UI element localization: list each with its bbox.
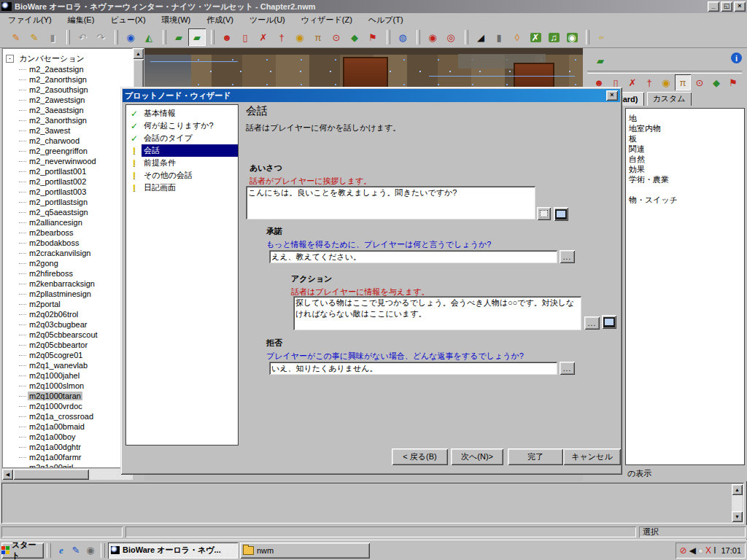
palette-category[interactable]: 物・スイッチ — [626, 195, 744, 205]
scroll-down-icon[interactable]: ▼ — [732, 511, 743, 522]
paint-trigger-icon[interactable]: ◆ — [346, 28, 363, 46]
tree-item[interactable]: m2q02b06trol — [3, 309, 132, 319]
tree-item[interactable]: m2hfireboss — [3, 268, 132, 279]
eraser-icon[interactable]: ▮ — [490, 28, 508, 46]
tree-item[interactable]: m2_portllastsign — [3, 197, 132, 207]
tree-item[interactable]: m2q1_wanevlab — [3, 360, 132, 370]
redo-icon[interactable]: ↷ — [92, 28, 109, 46]
wizard-step[interactable]: ✓ 基本情報 — [126, 107, 238, 120]
collapse-icon[interactable]: - — [6, 55, 14, 63]
ie-icon[interactable]: e — [54, 543, 69, 558]
wizard-step[interactable]: ! 日記画面 — [126, 182, 238, 194]
paint-item-icon[interactable]: † — [273, 28, 290, 46]
scroll-up-icon[interactable]: ▲ — [732, 484, 743, 495]
select-text-button[interactable] — [537, 207, 551, 220]
show-eye-icon[interactable]: ◉ — [424, 28, 441, 46]
key-icon[interactable]: ♀ — [593, 28, 611, 46]
compass-icon[interactable]: ◍ — [394, 28, 411, 46]
taskbar-grip[interactable] — [101, 543, 105, 558]
display-settings-icon[interactable]: X — [705, 545, 711, 556]
reject-input[interactable] — [269, 362, 557, 375]
tree-item[interactable]: m2q1000vrdoc — [3, 401, 132, 411]
tree-item[interactable]: m2gong — [3, 258, 132, 268]
restore-button[interactable]: ◱ — [721, 1, 732, 12]
paint-waypoint-icon[interactable]: ⚑ — [364, 28, 382, 46]
paint-encounter-icon[interactable]: ✗ — [255, 28, 272, 46]
palette-waypoint-icon[interactable]: ⚑ — [725, 74, 741, 90]
tree-item[interactable]: m2q1a00dghtr — [3, 442, 132, 452]
tree-item[interactable]: m2q05cbbearscout — [3, 330, 132, 340]
feature-paint-icon[interactable]: ▰ — [188, 28, 206, 46]
next-button[interactable]: 次へ(N)> — [451, 448, 503, 465]
palette-placeable-icon[interactable]: π — [675, 74, 691, 90]
potion-icon[interactable]: ◊ — [508, 28, 526, 46]
taskbar-grip[interactable] — [47, 543, 51, 558]
menu-item[interactable]: 環境(W) — [154, 13, 199, 27]
tree-item[interactable]: m2crackanvilsign — [3, 248, 132, 258]
wizard-step[interactable]: ! 前提条件 — [126, 157, 238, 169]
paint-creature-icon[interactable]: ☻ — [218, 28, 236, 46]
undo-icon[interactable]: ↶ — [74, 28, 91, 46]
tree-item[interactable]: m2q1a00girl — [3, 462, 132, 468]
preview-button[interactable] — [554, 207, 568, 221]
palette-sound-icon[interactable]: ⊙ — [692, 74, 708, 90]
tree-item[interactable]: m2bearboss — [3, 228, 132, 238]
tree-item[interactable]: m2_3awest — [3, 125, 132, 136]
tree-item[interactable]: m2_portllast003 — [3, 187, 132, 197]
tree-item[interactable]: m2_q5aeastsign — [3, 207, 132, 217]
wizard-step[interactable]: ! 会話 — [126, 144, 238, 157]
action-preview-button[interactable] — [602, 315, 616, 329]
tree-item[interactable]: m2_2anorthsign — [3, 74, 132, 85]
open-module-icon[interactable]: ✎ — [26, 28, 43, 46]
tree-item[interactable]: m2kenbarracksign — [3, 279, 132, 289]
palette-category[interactable]: 学術・農業 — [626, 174, 744, 184]
save-module-icon[interactable]: ▮ — [44, 28, 61, 46]
palette-encounter-icon[interactable]: ✗ — [624, 74, 640, 90]
new-module-icon[interactable]: ✎ — [7, 28, 25, 46]
menu-item[interactable]: ヘルプ(T) — [360, 13, 411, 27]
tree-item[interactable]: m2_2asouthsign — [3, 85, 132, 95]
dialog-close-icon[interactable]: × — [606, 90, 618, 101]
area-icon[interactable]: ▰ — [592, 52, 609, 69]
wizard-step[interactable]: ✓ 会話のタイプ — [126, 132, 238, 144]
palette-category[interactable]: 地室内物 — [626, 123, 744, 133]
tree-item[interactable]: m2_3anorthsign — [3, 115, 132, 125]
tree-item[interactable]: m2alliancesign — [3, 217, 132, 228]
palette-category[interactable]: 関連 — [626, 144, 744, 154]
tree-hscrollbar[interactable]: ◀ — [2, 469, 133, 480]
palette-tab[interactable]: カスタム — [647, 92, 692, 106]
scroll-track[interactable] — [732, 495, 743, 511]
back-button[interactable]: < 戻る(B) — [392, 448, 448, 465]
tree-item[interactable]: m2_charwood — [3, 136, 132, 146]
scroll-up-icon[interactable]: ▲ — [133, 48, 144, 59]
tree-item[interactable]: m2_2awestsign — [3, 95, 132, 105]
cancel-button[interactable]: キャンセル — [563, 448, 621, 465]
scroll-thumb[interactable] — [13, 469, 89, 480]
tree-item[interactable]: m2_portllast001 — [3, 166, 132, 176]
scroll-left-icon[interactable]: ◀ — [2, 469, 13, 480]
accept-browse-button[interactable]: ... — [560, 250, 575, 263]
pointer-mode-icon[interactable]: ◉ — [122, 28, 139, 46]
paint-placeable-icon[interactable]: π — [309, 28, 327, 46]
paint-door-icon[interactable]: ▯ — [236, 28, 254, 46]
minimize-button[interactable]: _ — [708, 1, 719, 12]
tree-item[interactable]: m2_greengriffon — [3, 146, 132, 156]
cd-player-icon[interactable]: ◉ — [83, 543, 98, 558]
paintbrush-icon[interactable]: ◢ — [472, 28, 489, 46]
mute-icon[interactable]: ⊘ — [680, 545, 687, 556]
ime-icon[interactable]: I — [713, 545, 716, 556]
menu-item[interactable]: 作成(V) — [198, 13, 241, 27]
mouse-icon[interactable]: ● — [698, 545, 703, 556]
menu-item[interactable]: ファイル(Y) — [0, 13, 60, 27]
paint-sound-icon[interactable]: ⊙ — [328, 28, 345, 46]
tree-item[interactable]: m2_neverwinwood — [3, 156, 132, 166]
menu-item[interactable]: ウィザード(Z) — [293, 13, 360, 27]
dock-vscrollbar[interactable]: ▲ ▼ — [732, 484, 743, 522]
tree-item[interactable]: m2q1a00bmaid — [3, 421, 132, 432]
wizard-step[interactable]: ✓ 何が起こりますか? — [126, 120, 238, 132]
info-icon[interactable]: i — [731, 52, 742, 63]
channels-icon[interactable]: ✎ — [69, 543, 83, 558]
tree-item[interactable]: m2q05cbbeartor — [3, 340, 132, 350]
menu-item[interactable]: ツール(U) — [241, 13, 293, 27]
tree-item[interactable]: m2portal — [3, 299, 132, 309]
